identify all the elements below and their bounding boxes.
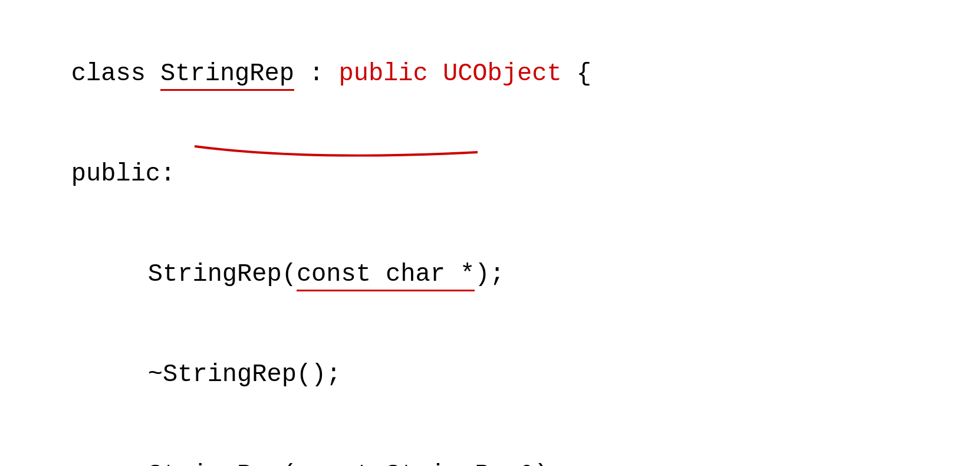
colon-separator: : bbox=[294, 60, 339, 88]
code-line-2: public: bbox=[12, 124, 968, 224]
open-brace: { bbox=[562, 60, 591, 88]
constructor-name: StringRep( bbox=[148, 260, 297, 288]
code-line-3: StringRep(const char *); bbox=[12, 224, 968, 324]
access-specifier-public: public: bbox=[71, 160, 175, 188]
code-line-1: class StringRep : public UCObject { bbox=[12, 24, 968, 124]
keyword-class: class bbox=[71, 60, 160, 88]
copy-constructor: StringRep(const StringRep&); bbox=[148, 461, 564, 466]
inheritance-public-ucobject: public UCObject bbox=[339, 60, 562, 88]
param-const-char-ptr: const char * bbox=[297, 260, 475, 291]
constructor-close: ); bbox=[475, 260, 504, 288]
destructor: ~StringRep(); bbox=[148, 360, 341, 389]
code-line-4: ~StringRep(); bbox=[12, 324, 968, 425]
code-line-5: StringRep(const StringRep&); bbox=[12, 425, 968, 466]
code-display: class StringRep : public UCObject { publ… bbox=[0, 0, 980, 466]
classname-stringrep: StringRep bbox=[160, 60, 294, 91]
